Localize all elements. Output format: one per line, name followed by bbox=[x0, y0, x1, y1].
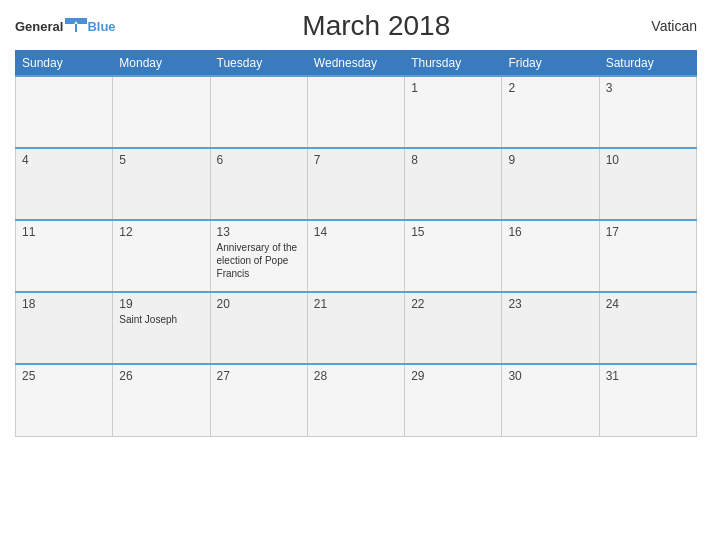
calendar-cell: 11 bbox=[16, 220, 113, 292]
day-number: 5 bbox=[119, 153, 203, 167]
calendar-cell: 8 bbox=[405, 148, 502, 220]
day-number: 31 bbox=[606, 369, 690, 383]
calendar-cell: 23 bbox=[502, 292, 599, 364]
calendar-table: SundayMondayTuesdayWednesdayThursdayFrid… bbox=[15, 50, 697, 437]
weekday-header-wednesday: Wednesday bbox=[307, 51, 404, 77]
day-number: 28 bbox=[314, 369, 398, 383]
calendar-cell: 17 bbox=[599, 220, 696, 292]
logo-blue-text: Blue bbox=[87, 19, 115, 34]
weekday-header-thursday: Thursday bbox=[405, 51, 502, 77]
day-number: 17 bbox=[606, 225, 690, 239]
svg-rect-3 bbox=[75, 24, 77, 32]
calendar-cell bbox=[307, 76, 404, 148]
day-number: 21 bbox=[314, 297, 398, 311]
day-number: 13 bbox=[217, 225, 301, 239]
calendar-header: SundayMondayTuesdayWednesdayThursdayFrid… bbox=[16, 51, 697, 77]
day-number: 10 bbox=[606, 153, 690, 167]
day-event: Saint Joseph bbox=[119, 314, 177, 325]
calendar-cell bbox=[16, 76, 113, 148]
calendar-body: 12345678910111213Anniversary of the elec… bbox=[16, 76, 697, 436]
calendar-cell: 29 bbox=[405, 364, 502, 436]
day-number: 27 bbox=[217, 369, 301, 383]
weekday-header-monday: Monday bbox=[113, 51, 210, 77]
day-number: 22 bbox=[411, 297, 495, 311]
day-number: 23 bbox=[508, 297, 592, 311]
week-row: 25262728293031 bbox=[16, 364, 697, 436]
calendar-cell: 1 bbox=[405, 76, 502, 148]
calendar-cell: 12 bbox=[113, 220, 210, 292]
calendar-cell: 26 bbox=[113, 364, 210, 436]
week-row: 1819Saint Joseph2021222324 bbox=[16, 292, 697, 364]
day-number: 6 bbox=[217, 153, 301, 167]
calendar-cell: 7 bbox=[307, 148, 404, 220]
calendar-cell: 22 bbox=[405, 292, 502, 364]
calendar-cell: 10 bbox=[599, 148, 696, 220]
weekday-header-sunday: Sunday bbox=[16, 51, 113, 77]
calendar-cell bbox=[113, 76, 210, 148]
calendar-cell: 3 bbox=[599, 76, 696, 148]
day-number: 9 bbox=[508, 153, 592, 167]
calendar-cell: 2 bbox=[502, 76, 599, 148]
calendar-cell bbox=[210, 76, 307, 148]
day-number: 11 bbox=[22, 225, 106, 239]
day-number: 4 bbox=[22, 153, 106, 167]
day-number: 25 bbox=[22, 369, 106, 383]
calendar-cell: 31 bbox=[599, 364, 696, 436]
weekday-header-saturday: Saturday bbox=[599, 51, 696, 77]
calendar-cell: 9 bbox=[502, 148, 599, 220]
day-number: 20 bbox=[217, 297, 301, 311]
day-number: 8 bbox=[411, 153, 495, 167]
calendar-cell: 14 bbox=[307, 220, 404, 292]
calendar-cell: 21 bbox=[307, 292, 404, 364]
calendar-cell: 30 bbox=[502, 364, 599, 436]
day-number: 15 bbox=[411, 225, 495, 239]
logo: General Blue bbox=[15, 18, 116, 34]
calendar-cell: 18 bbox=[16, 292, 113, 364]
calendar-cell: 28 bbox=[307, 364, 404, 436]
day-number: 24 bbox=[606, 297, 690, 311]
weekday-header-tuesday: Tuesday bbox=[210, 51, 307, 77]
day-number: 16 bbox=[508, 225, 592, 239]
calendar-cell: 25 bbox=[16, 364, 113, 436]
calendar-cell: 15 bbox=[405, 220, 502, 292]
day-number: 7 bbox=[314, 153, 398, 167]
calendar-cell: 5 bbox=[113, 148, 210, 220]
week-row: 111213Anniversary of the election of Pop… bbox=[16, 220, 697, 292]
day-number: 30 bbox=[508, 369, 592, 383]
calendar-cell: 24 bbox=[599, 292, 696, 364]
header: General Blue March 2018 Vatican bbox=[15, 10, 697, 42]
week-row: 45678910 bbox=[16, 148, 697, 220]
day-event: Anniversary of the election of Pope Fran… bbox=[217, 242, 298, 279]
day-number: 18 bbox=[22, 297, 106, 311]
day-number: 3 bbox=[606, 81, 690, 95]
calendar-cell: 19Saint Joseph bbox=[113, 292, 210, 364]
calendar-cell: 4 bbox=[16, 148, 113, 220]
logo-general-text: General bbox=[15, 19, 63, 34]
calendar-cell: 16 bbox=[502, 220, 599, 292]
country-label: Vatican bbox=[637, 18, 697, 34]
day-number: 2 bbox=[508, 81, 592, 95]
day-number: 29 bbox=[411, 369, 495, 383]
weekday-row: SundayMondayTuesdayWednesdayThursdayFrid… bbox=[16, 51, 697, 77]
day-number: 12 bbox=[119, 225, 203, 239]
calendar-page: General Blue March 2018 Vatican SundayMo… bbox=[0, 0, 712, 550]
day-number: 19 bbox=[119, 297, 203, 311]
week-row: 123 bbox=[16, 76, 697, 148]
day-number: 26 bbox=[119, 369, 203, 383]
weekday-header-friday: Friday bbox=[502, 51, 599, 77]
calendar-title: March 2018 bbox=[116, 10, 637, 42]
calendar-cell: 6 bbox=[210, 148, 307, 220]
day-number: 1 bbox=[411, 81, 495, 95]
calendar-cell: 20 bbox=[210, 292, 307, 364]
calendar-cell: 27 bbox=[210, 364, 307, 436]
calendar-cell: 13Anniversary of the election of Pope Fr… bbox=[210, 220, 307, 292]
logo-flag-icon bbox=[65, 18, 87, 34]
day-number: 14 bbox=[314, 225, 398, 239]
